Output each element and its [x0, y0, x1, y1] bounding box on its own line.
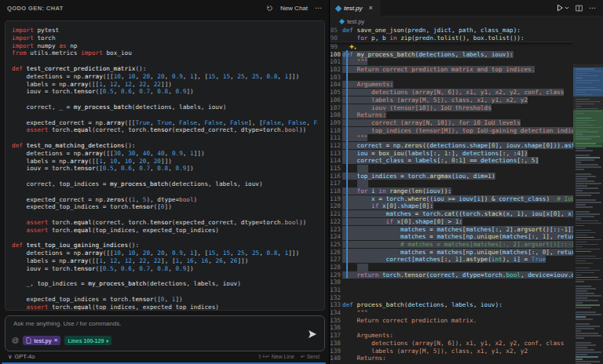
line-number[interactable]: 132 — [330, 294, 342, 302]
line-number[interactable]: 103 — [330, 74, 342, 82]
tab-test-py[interactable]: test.py × — [330, 0, 380, 16]
line-number[interactable]: 135 — [330, 317, 342, 325]
close-tab-icon[interactable]: × — [366, 5, 373, 12]
line-number[interactable]: 113 — [330, 150, 342, 158]
line-number[interactable]: 127 — [330, 256, 342, 264]
line-number[interactable]: 100 — [330, 51, 342, 59]
line-number[interactable]: 109 — [330, 119, 342, 127]
line-number[interactable]: 120 — [330, 202, 342, 210]
code-line[interactable]: 119 x = torch.where((iou >= iouv[i]) & c… — [330, 195, 573, 203]
minimap-slider[interactable] — [573, 64, 603, 143]
code-line[interactable]: 104 Arguments: — [330, 81, 573, 89]
line-number[interactable]: 138 — [330, 340, 342, 348]
code-line[interactable]: 137 Arguments: — [330, 332, 573, 340]
split-editor-button[interactable] — [576, 5, 583, 12]
line-number[interactable]: 106 — [330, 96, 342, 104]
code-line[interactable]: 101 """ — [330, 58, 573, 66]
line-number[interactable]: 137 — [330, 332, 342, 340]
run-python-file-button[interactable] — [556, 4, 569, 12]
code-line[interactable]: 134 """ — [330, 309, 573, 317]
code-line[interactable]: 124 matches = matches[np.unique(matches[… — [330, 233, 573, 241]
code-line[interactable]: 136 — [330, 324, 573, 332]
line-number[interactable]: 118 — [330, 187, 342, 195]
code-line[interactable]: 117 — [330, 180, 573, 187]
editor-lines[interactable]: 99 100def my_process_batch(detections, l… — [330, 43, 573, 364]
code-line[interactable]: 129 return torch.tensor(correct, dtype=t… — [330, 271, 573, 279]
line-number[interactable]: 128 — [330, 264, 342, 271]
code-line[interactable]: 114 correct_class = labels[:, 0:1] == de… — [330, 157, 573, 165]
context-file-chip[interactable]: test.py × — [23, 336, 60, 345]
code-line[interactable]: 112 correct = np.zeros((detections.shape… — [330, 142, 573, 150]
code-line[interactable]: 128 — [330, 264, 573, 271]
chat-input-box[interactable]: @ test.py × Lines 100-129 ▾ — [5, 315, 325, 351]
code-line[interactable]: 118 for i in range(len(iouv)): — [330, 187, 573, 195]
line-number[interactable]: 117 — [330, 180, 342, 187]
code-line[interactable]: 99 — [330, 43, 573, 51]
line-number[interactable]: 130 — [330, 278, 342, 286]
code-line[interactable]: 123 matches = matches[matches[:, 2].args… — [330, 226, 573, 234]
code-line[interactable]: 111 """ — [330, 134, 573, 142]
line-number[interactable]: 105 — [330, 89, 342, 96]
line-number[interactable]: 107 — [330, 104, 342, 112]
line-number[interactable]: 111 — [330, 134, 342, 142]
line-number[interactable]: 121 — [330, 210, 342, 218]
sticky-code-line[interactable]: 90 for p, b in zip(predn.tolist(), box.t… — [330, 35, 573, 42]
code-line[interactable]: 103 — [330, 74, 573, 82]
code-line[interactable]: 131 — [330, 286, 573, 294]
chat-history-button[interactable] — [266, 5, 273, 12]
line-number[interactable]: 114 — [330, 157, 342, 165]
send-button[interactable] — [308, 329, 317, 341]
line-number[interactable]: 102 — [330, 66, 342, 74]
line-number[interactable]: 131 — [330, 286, 342, 294]
line-number[interactable]: 124 — [330, 233, 342, 241]
code-line[interactable]: 126 matches = matches[np.unique(matches[… — [330, 249, 573, 257]
code-line[interactable]: 120 if x[0].shape[0]: — [330, 202, 573, 210]
line-number[interactable]: 140 — [330, 355, 342, 362]
line-number[interactable]: 115 — [330, 165, 342, 173]
remove-file-chip-icon[interactable]: × — [54, 337, 58, 344]
line-number[interactable]: 99 — [330, 43, 342, 51]
code-line[interactable]: 125 # matches = matches[matches[:, 2].ar… — [330, 241, 573, 249]
code-line[interactable]: 130 — [330, 278, 573, 286]
code-line[interactable]: 109 correct (array[N, 10]), for 10 IoU l… — [330, 119, 573, 127]
code-line[interactable]: 122 if x[0].shape[0] > 1: — [330, 218, 573, 226]
code-line[interactable]: 138 detections (array[N, 6]), x1, y1, x2… — [330, 340, 573, 348]
line-number[interactable]: 108 — [330, 111, 342, 119]
chat-message-input[interactable] — [12, 319, 294, 328]
code-line[interactable]: 121 matches = torch.cat((torch.stack(x, … — [330, 210, 573, 218]
line-number[interactable]: 116 — [330, 173, 342, 180]
editor-more-actions-button[interactable]: ⋯ — [589, 4, 596, 12]
code-line[interactable]: 106 labels (array[M, 5]), class, x1, y1,… — [330, 96, 573, 104]
sticky-code-line[interactable]: 85def save_one_json(predn, jdict, path, … — [330, 27, 573, 35]
line-number[interactable]: 112 — [330, 142, 342, 150]
code-line[interactable]: 100def my_process_batch(detections, labe… — [330, 51, 573, 59]
line-number[interactable]: 122 — [330, 218, 342, 226]
line-number[interactable]: 139 — [330, 348, 342, 355]
line-number[interactable]: 133 — [330, 301, 342, 309]
model-picker[interactable]: ∨ GPT-4o — [8, 353, 35, 360]
code-line[interactable]: 116 top_indices = torch.argmax(iou, dim=… — [330, 173, 573, 180]
code-line[interactable]: 107 iouv (tensor[10]), IoU thresholds — [330, 104, 573, 112]
line-number[interactable]: 101 — [330, 58, 342, 66]
chat-more-actions-button[interactable]: ⋯ — [315, 4, 322, 12]
minimap[interactable] — [573, 27, 603, 364]
line-number[interactable]: 134 — [330, 309, 342, 317]
code-line[interactable]: 102 Return correct prediction matrix and… — [330, 66, 573, 74]
line-number[interactable]: 126 — [330, 249, 342, 257]
line-number[interactable]: 104 — [330, 81, 342, 89]
mention-icon[interactable]: @ — [12, 337, 19, 344]
line-number[interactable]: 110 — [330, 127, 342, 135]
code-line[interactable]: 132 — [330, 294, 573, 302]
line-number[interactable]: 90 — [330, 35, 342, 42]
code-line[interactable]: 115 — [330, 165, 573, 173]
new-chat-button[interactable]: New Chat — [280, 5, 308, 12]
line-number[interactable]: 136 — [330, 324, 342, 332]
code-line[interactable]: 135 Return correct prediction matrix. — [330, 317, 573, 325]
context-lines-chip[interactable]: Lines 100-129 ▾ — [64, 336, 111, 345]
line-number[interactable]: 129 — [330, 271, 342, 279]
code-line[interactable]: 139 labels (array[M, 5]), class, x1, y1,… — [330, 348, 573, 355]
line-number[interactable]: 119 — [330, 195, 342, 203]
line-number[interactable]: 85 — [330, 27, 342, 35]
breadcrumb[interactable]: test.py — [330, 16, 603, 27]
code-line[interactable]: 113 iou = box_iou(labels[:, 1:], detecti… — [330, 150, 573, 158]
